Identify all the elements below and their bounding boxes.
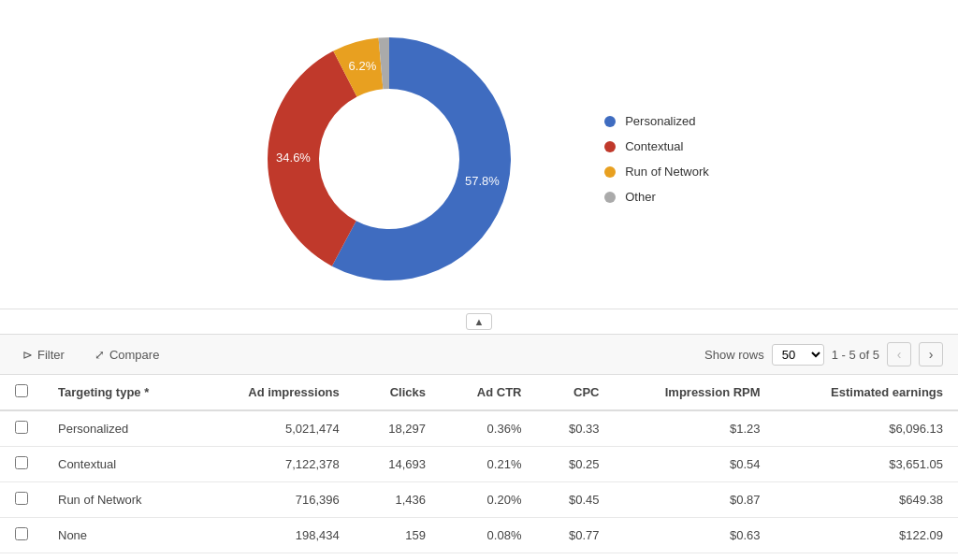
data-cell: $1.23 <box>614 410 775 447</box>
data-cell: $0.77 <box>536 518 614 553</box>
table-header-row: Targeting type *Ad impressionsClicksAd C… <box>0 375 958 410</box>
legend-item-label: Run of Network <box>625 165 709 179</box>
data-cell: 5,021,474 <box>198 410 355 447</box>
row-checkbox[interactable] <box>15 456 28 469</box>
svg-text:6.2%: 6.2% <box>349 59 377 73</box>
data-cell: $0.20 <box>536 553 614 561</box>
table-header-cell: CPC <box>536 375 614 410</box>
table-header-cell <box>0 375 43 410</box>
data-cell: 198,434 <box>198 518 355 553</box>
next-page-button[interactable]: › <box>919 342 943 366</box>
data-cell: 0.08% <box>441 518 536 553</box>
data-cell: $0.63 <box>614 518 775 553</box>
svg-text:34.6%: 34.6% <box>276 151 311 165</box>
targeting-type-cell: Placement <box>43 553 198 561</box>
legend-item: Other <box>604 190 709 204</box>
data-cell: 0.21% <box>441 447 536 482</box>
data-cell: 14,693 <box>355 447 441 482</box>
legend-item: Personalized <box>604 114 709 128</box>
data-cell: $34.72 <box>776 553 958 561</box>
table-header-cell: Impression RPM <box>614 375 775 410</box>
data-cell: $0.87 <box>614 482 775 518</box>
donut-chart: 57.8%34.6%6.2% <box>249 19 530 299</box>
data-cell: $0.45 <box>536 482 614 518</box>
data-cell: 0.20% <box>441 482 536 518</box>
table-row: Personalized5,021,47418,2970.36%$0.33$1.… <box>0 410 958 447</box>
divider-row: ▲ <box>0 309 958 334</box>
data-cell: $122.09 <box>776 518 958 553</box>
row-checkbox[interactable] <box>15 527 28 540</box>
targeting-type-cell: None <box>43 518 198 553</box>
toolbar-right: Show rows 102550100 1 - 5 of 5 ‹ › <box>704 342 943 366</box>
data-cell: $6,096.13 <box>776 410 958 447</box>
toolbar-left: ⊳ Filter ⤢ Compare <box>15 344 704 366</box>
data-cell: $0.11 <box>614 553 775 561</box>
rows-select[interactable]: 102550100 <box>772 344 824 366</box>
legend-color-dot <box>604 141 616 152</box>
data-cell: 1,436 <box>355 482 441 518</box>
legend-item-label: Contextual <box>625 139 683 153</box>
targeting-type-cell: Run of Network <box>43 482 198 518</box>
data-cell: 716,396 <box>198 482 355 518</box>
table-header-cell: Clicks <box>355 375 441 410</box>
chart-area: 57.8%34.6%6.2% PersonalizedContextualRun… <box>0 0 958 309</box>
data-table: Targeting type *Ad impressionsClicksAd C… <box>0 375 958 560</box>
select-all-checkbox[interactable] <box>15 384 28 397</box>
table-header-cell: Targeting type * <box>43 375 198 410</box>
data-cell: 18,297 <box>355 410 441 447</box>
prev-page-button[interactable]: ‹ <box>887 342 911 366</box>
chart-legend: PersonalizedContextualRun of NetworkOthe… <box>586 114 709 204</box>
table-header-cell: Estimated earnings <box>776 375 958 410</box>
compare-button[interactable]: ⤢ Compare <box>87 344 167 366</box>
legend-color-dot <box>604 166 616 178</box>
main-container: 57.8%34.6%6.2% PersonalizedContextualRun… <box>0 0 958 560</box>
row-checkbox[interactable] <box>15 421 28 434</box>
data-cell: 159 <box>355 518 441 553</box>
legend-item: Run of Network <box>604 165 709 179</box>
show-rows-label: Show rows <box>704 348 764 362</box>
targeting-type-cell: Contextual <box>43 447 198 482</box>
targeting-type-cell: Personalized <box>43 410 198 447</box>
data-cell: $0.33 <box>536 410 614 447</box>
legend-item: Contextual <box>604 139 709 153</box>
table-row: None198,4341590.08%$0.77$0.63$122.09 <box>0 518 958 553</box>
table-header-cell: Ad CTR <box>441 375 536 410</box>
table-row: Placement114,5861760.15%$0.20$0.11$34.72 <box>0 553 958 561</box>
filter-button[interactable]: ⊳ Filter <box>15 344 72 366</box>
row-checkbox[interactable] <box>15 492 28 505</box>
filter-label: Filter <box>37 348 65 362</box>
data-cell: 0.15% <box>441 553 536 561</box>
compare-icon: ⤢ <box>94 348 105 362</box>
toolbar: ⊳ Filter ⤢ Compare Show rows 102550100 1… <box>0 334 958 375</box>
data-cell: $0.54 <box>614 447 775 482</box>
data-cell: $0.25 <box>536 447 614 482</box>
page-info: 1 - 5 of 5 <box>832 348 879 362</box>
legend-color-dot <box>604 116 616 127</box>
data-cell: 114,586 <box>198 553 355 561</box>
table-header-cell: Ad impressions <box>198 375 355 410</box>
data-cell: $649.38 <box>776 482 958 518</box>
data-cell: 7,122,378 <box>198 447 355 482</box>
svg-text:57.8%: 57.8% <box>465 174 500 188</box>
data-cell: $3,651.05 <box>776 447 958 482</box>
compare-label: Compare <box>109 348 159 362</box>
legend-item-label: Personalized <box>625 114 695 128</box>
filter-icon: ⊳ <box>22 348 33 362</box>
table-row: Run of Network716,3961,4360.20%$0.45$0.8… <box>0 482 958 518</box>
table-row: Contextual7,122,37814,6930.21%$0.25$0.54… <box>0 447 958 482</box>
collapse-button[interactable]: ▲ <box>466 313 493 330</box>
data-cell: 0.36% <box>441 410 536 447</box>
legend-item-label: Other <box>625 190 656 204</box>
data-cell: 176 <box>355 553 441 561</box>
legend-color-dot <box>604 192 616 203</box>
